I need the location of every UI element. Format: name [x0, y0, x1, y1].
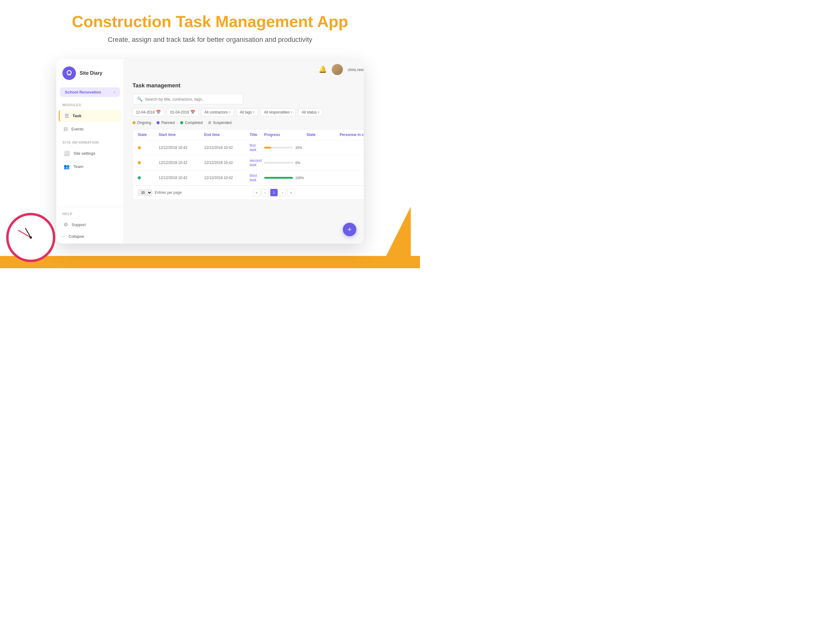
support-icon: ⚙ [64, 222, 68, 228]
suspended-label: Suspended [213, 120, 232, 125]
topbar: 🔔 chris.reese@mail.com ▾ [124, 59, 364, 80]
contractors-chevron-icon: ▾ [229, 111, 231, 114]
fab-button[interactable]: + [343, 223, 356, 236]
pagination-first[interactable]: « [253, 189, 261, 196]
row2-start-time: 12/12/2018 10:42 [159, 161, 202, 165]
entries-per-page-label: Entries per page [155, 190, 182, 195]
th-person: Personne in charge [340, 133, 364, 137]
help-section: HELP ⚙ Support ← Collapse [56, 207, 123, 244]
modules-label: MODULES [56, 97, 123, 109]
th-start-time: Start time [159, 133, 202, 137]
date-from-filter[interactable]: 12-04-2018 📅 [133, 108, 164, 116]
responsibles-filter[interactable]: All responsibles ▾ [261, 108, 296, 116]
ongoing-dot [133, 121, 136, 124]
th-end-time: End time [204, 133, 247, 137]
contractors-filter[interactable]: All contractors ▾ [201, 108, 234, 116]
table-row[interactable]: 12/12/2018 10:42 12/12/2018 10:42 second… [133, 155, 364, 171]
search-icon: 🔍 [137, 97, 142, 101]
row2-end-time: 12/12/2018 10:42 [204, 161, 247, 165]
row1-start-time: 12/12/2018 10:42 [159, 146, 202, 150]
clock-decoration [6, 213, 55, 262]
date-to-filter[interactable]: 01-04-2019 📅 [167, 108, 198, 116]
th-title: Title [249, 133, 262, 137]
status-legend: Ongoing Planned Completed Suspended [133, 120, 364, 125]
page-header: Construction Task Management App Create,… [0, 0, 420, 50]
row3-state-dot [138, 176, 141, 179]
row3-progress-fill [264, 177, 293, 179]
tags-label: All tags [240, 110, 252, 114]
site-settings-icon: ⬜ [64, 150, 70, 156]
row1-progress-label: 25% [295, 146, 304, 149]
table-row[interactable]: 12/12/2018 10:42 12/12/2018 10:42 third … [133, 171, 364, 185]
entries-left: 15 25 50 Entries per page [138, 190, 182, 196]
app-mockup: Site Diary School Renovation › MODULES ☰… [56, 59, 364, 244]
pagination-prev[interactable]: ‹ [262, 189, 269, 196]
bottom-decoration [0, 244, 420, 268]
sidebar-item-task[interactable]: ☰ Task [59, 110, 121, 122]
sidebar-item-support[interactable]: ⚙ Support [59, 219, 121, 231]
pagination-last[interactable]: » [287, 189, 295, 196]
search-bar: 🔍 [133, 94, 243, 104]
status-ongoing: Ongoing [133, 120, 151, 125]
status-suspended: Suspended [208, 120, 232, 125]
sidebar-item-team[interactable]: 👥 Team [59, 161, 121, 173]
search-input[interactable] [145, 97, 238, 101]
notification-bell-icon[interactable]: 🔔 [319, 65, 327, 73]
yellow-bar [0, 256, 420, 268]
row3-start-time: 12/12/2018 10:42 [159, 176, 202, 180]
th-state-col: State [306, 133, 337, 137]
site-info-label: SITE INFORMATION [56, 136, 123, 147]
chevron-right-icon: › [114, 90, 115, 95]
sidebar-item-events[interactable]: ⊟ Events [59, 123, 121, 135]
calendar-from-icon: 📅 [156, 110, 161, 114]
pagination-next[interactable]: › [279, 189, 286, 196]
row1-state-dot [138, 146, 141, 149]
table-row[interactable]: 12/12/2018 10:42 12/12/2018 10:42 first … [133, 140, 364, 155]
contractors-label: All contractors [204, 110, 228, 114]
tags-chevron-icon: ▾ [253, 111, 254, 114]
pagination-page-1[interactable]: 1 [270, 189, 278, 196]
sidebar-item-site-settings-label: Site settings [74, 151, 95, 156]
calendar-to-icon: 📅 [190, 110, 195, 114]
clock-center-dot [30, 236, 32, 239]
logo-text: Site Diary [80, 70, 103, 76]
avatar [332, 64, 343, 75]
status-filter[interactable]: All status ▾ [298, 108, 323, 116]
status-planned: Planned [156, 120, 175, 125]
row2-progress: 0% [264, 161, 304, 165]
user-email: chris.reese@mail.com [348, 67, 364, 72]
avatar-image [332, 64, 343, 75]
planned-label: Planned [161, 120, 175, 125]
status-completed: Completed [180, 120, 203, 125]
date-to-value: 01-04-2019 [170, 110, 189, 114]
row1-title: first task [249, 143, 262, 152]
th-state: State [138, 133, 156, 137]
help-label: HELP [56, 211, 123, 218]
sidebar-item-task-label: Task [73, 114, 82, 118]
collapse-item[interactable]: ← Collapse [56, 231, 123, 241]
tags-filter[interactable]: All tags ▾ [237, 108, 258, 116]
row3-title: third task [249, 174, 262, 182]
task-table: State Start time End time Title Progress… [133, 129, 364, 199]
entries-per-page-select[interactable]: 15 25 50 [138, 190, 152, 196]
completed-label: Completed [185, 120, 203, 125]
suspended-dot [208, 121, 211, 124]
sidebar-item-site-settings[interactable]: ⬜ Site settings [59, 147, 121, 159]
section-title: Task management [133, 82, 364, 89]
logo-icon [62, 66, 76, 80]
sidebar-item-team-label: Team [74, 164, 83, 169]
task-icon: ☰ [65, 113, 69, 119]
filters-row: 12-04-2018 📅 01-04-2019 📅 All contractor… [133, 108, 364, 116]
table-header: State Start time End time Title Progress… [133, 130, 364, 140]
main-content: 🔔 chris.reese@mail.com ▾ Task management… [124, 59, 364, 244]
project-name: School Renovation [65, 90, 101, 95]
row1-progress-bg [264, 147, 293, 149]
project-nav[interactable]: School Renovation › [60, 87, 120, 97]
row2-progress-bg [264, 162, 293, 164]
ongoing-label: Ongoing [137, 120, 151, 125]
date-from-value: 12-04-2018 [136, 110, 155, 114]
responsibles-chevron-icon: ▾ [291, 111, 292, 114]
table-footer: 15 25 50 Entries per page « ‹ 1 › » [133, 185, 364, 199]
triangle-decoration [380, 207, 411, 268]
row2-progress-label: 0% [295, 161, 304, 165]
